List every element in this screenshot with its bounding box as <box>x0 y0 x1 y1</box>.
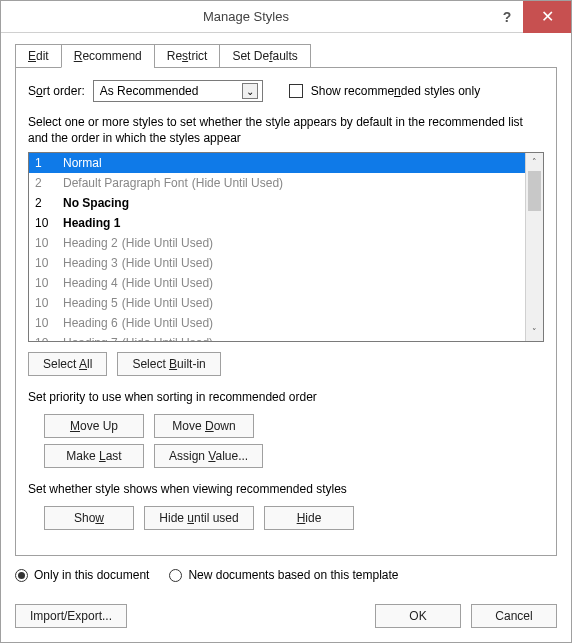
tabstrip: Edit Recommend Restrict Set Defaults <box>15 44 557 68</box>
list-item-priority: 10 <box>35 214 63 232</box>
list-item-name: No Spacing <box>63 194 129 212</box>
list-item[interactable]: 1Normal <box>29 153 525 173</box>
list-item-priority: 2 <box>35 174 63 192</box>
move-down-button[interactable]: Move Down <box>154 414 254 438</box>
new-documents-radio[interactable] <box>169 569 182 582</box>
list-item[interactable]: 10Heading 2 (Hide Until Used) <box>29 233 525 253</box>
list-item-hint: (Hide Until Used) <box>122 274 213 292</box>
make-last-button[interactable]: Make Last <box>44 444 144 468</box>
list-item-priority: 10 <box>35 314 63 332</box>
instruction-text: Select one or more styles to set whether… <box>28 114 544 146</box>
tab-restrict[interactable]: Restrict <box>154 44 221 68</box>
list-item[interactable]: 10Heading 6 (Hide Until Used) <box>29 313 525 333</box>
list-item-priority: 1 <box>35 154 63 172</box>
show-recommended-only-label: Show recommended styles only <box>311 84 480 98</box>
select-builtin-button[interactable]: Select Built-in <box>117 352 220 376</box>
sort-order-label: Sort order: <box>28 84 85 98</box>
tab-edit[interactable]: Edit <box>15 44 62 68</box>
list-item-name: Heading 3 <box>63 254 118 272</box>
list-item-hint: (Hide Until Used) <box>122 294 213 312</box>
list-item-priority: 10 <box>35 254 63 272</box>
styles-listbox[interactable]: 1Normal2Default Paragraph Font (Hide Unt… <box>28 152 544 342</box>
new-documents-label: New documents based on this template <box>188 568 398 582</box>
close-button[interactable]: ✕ <box>523 1 571 33</box>
only-this-document-label: Only in this document <box>34 568 149 582</box>
list-item[interactable]: 10Heading 4 (Hide Until Used) <box>29 273 525 293</box>
tab-set-defaults[interactable]: Set Defaults <box>219 44 310 68</box>
select-all-button[interactable]: Select All <box>28 352 107 376</box>
tab-recommend[interactable]: Recommend <box>61 44 155 68</box>
only-this-document-radio[interactable] <box>15 569 28 582</box>
cancel-button[interactable]: Cancel <box>471 604 557 628</box>
list-item-name: Heading 1 <box>63 214 120 232</box>
list-item[interactable]: 10Heading 1 <box>29 213 525 233</box>
list-item-hint: (Hide Until Used) <box>122 314 213 332</box>
list-item-name: Heading 5 <box>63 294 118 312</box>
list-item-hint: (Hide Until Used) <box>122 234 213 252</box>
list-item-name: Heading 7 <box>63 334 118 341</box>
list-item-hint: (Hide Until Used) <box>122 334 213 341</box>
list-item-priority: 10 <box>35 334 63 341</box>
list-item-name: Heading 6 <box>63 314 118 332</box>
scroll-down-icon[interactable]: ˅ <box>526 323 543 341</box>
list-item-priority: 2 <box>35 194 63 212</box>
list-item[interactable]: 10Heading 3 (Hide Until Used) <box>29 253 525 273</box>
scroll-up-icon[interactable]: ˄ <box>526 153 543 171</box>
ok-button[interactable]: OK <box>375 604 461 628</box>
sort-order-value: As Recommended <box>100 84 199 98</box>
show-button[interactable]: Show <box>44 506 134 530</box>
priority-section-label: Set priority to use when sorting in reco… <box>28 390 544 404</box>
visibility-section-label: Set whether style shows when viewing rec… <box>28 482 544 496</box>
list-item-name: Default Paragraph Font <box>63 174 188 192</box>
sort-order-select[interactable]: As Recommended ⌄ <box>93 80 263 102</box>
list-item[interactable]: 10Heading 5 (Hide Until Used) <box>29 293 525 313</box>
tab-panel-recommend: Sort order: As Recommended ⌄ Show recomm… <box>15 67 557 556</box>
list-item[interactable]: 10Heading 7 (Hide Until Used) <box>29 333 525 341</box>
assign-value-button[interactable]: Assign Value... <box>154 444 263 468</box>
scrollbar[interactable]: ˄ ˅ <box>525 153 543 341</box>
list-item[interactable]: 2Default Paragraph Font (Hide Until Used… <box>29 173 525 193</box>
hide-until-used-button[interactable]: Hide until used <box>144 506 254 530</box>
scroll-thumb[interactable] <box>528 171 541 211</box>
move-up-button[interactable]: Move Up <box>44 414 144 438</box>
hide-button[interactable]: Hide <box>264 506 354 530</box>
list-item-name: Heading 2 <box>63 234 118 252</box>
list-item-name: Heading 4 <box>63 274 118 292</box>
list-item-name: Normal <box>63 154 102 172</box>
list-item[interactable]: 2No Spacing <box>29 193 525 213</box>
import-export-button[interactable]: Import/Export... <box>15 604 127 628</box>
list-item-priority: 10 <box>35 274 63 292</box>
list-item-hint: (Hide Until Used) <box>122 254 213 272</box>
help-button[interactable]: ? <box>491 1 523 33</box>
manage-styles-dialog: Manage Styles ? ✕ Edit Recommend Restric… <box>0 0 572 643</box>
list-item-hint: (Hide Until Used) <box>192 174 283 192</box>
titlebar: Manage Styles ? ✕ <box>1 1 571 33</box>
list-item-priority: 10 <box>35 294 63 312</box>
show-recommended-only-checkbox[interactable] <box>289 84 303 98</box>
dialog-title: Manage Styles <box>1 9 491 24</box>
list-item-priority: 10 <box>35 234 63 252</box>
chevron-down-icon: ⌄ <box>242 83 258 99</box>
